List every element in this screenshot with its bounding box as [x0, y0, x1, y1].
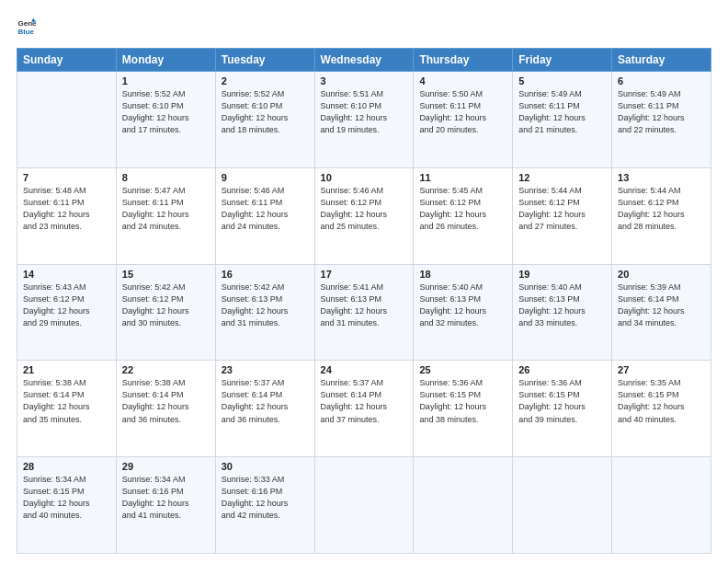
day-info: Sunrise: 5:48 AM Sunset: 6:11 PM Dayligh…: [23, 185, 110, 233]
day-info: Sunrise: 5:47 AM Sunset: 6:11 PM Dayligh…: [122, 185, 210, 233]
table-cell: 12Sunrise: 5:44 AM Sunset: 6:12 PM Dayli…: [513, 167, 612, 264]
day-number: 20: [618, 269, 705, 280]
day-info: Sunrise: 5:40 AM Sunset: 6:13 PM Dayligh…: [419, 282, 506, 329]
day-number: 6: [618, 75, 705, 86]
svg-text:Blue: Blue: [17, 28, 34, 36]
day-number: 24: [321, 364, 408, 375]
day-number: 2: [222, 75, 309, 86]
day-info: Sunrise: 5:38 AM Sunset: 6:14 PM Dayligh…: [23, 377, 110, 425]
table-cell: [17, 72, 117, 168]
day-info: Sunrise: 5:35 AM Sunset: 6:15 PM Dayligh…: [618, 377, 705, 425]
table-cell: 14Sunrise: 5:43 AM Sunset: 6:12 PM Dayli…: [17, 264, 117, 361]
day-number: 9: [222, 172, 309, 183]
table-cell: [513, 457, 612, 554]
day-number: 5: [518, 75, 606, 86]
table-cell: 23Sunrise: 5:37 AM Sunset: 6:14 PM Dayli…: [215, 361, 314, 457]
day-info: Sunrise: 5:37 AM Sunset: 6:14 PM Dayligh…: [222, 377, 309, 425]
day-info: Sunrise: 5:42 AM Sunset: 6:13 PM Dayligh…: [222, 282, 309, 329]
day-info: Sunrise: 5:36 AM Sunset: 6:15 PM Dayligh…: [419, 377, 506, 425]
day-info: Sunrise: 5:34 AM Sunset: 6:15 PM Dayligh…: [23, 474, 110, 522]
day-info: Sunrise: 5:43 AM Sunset: 6:12 PM Dayligh…: [23, 282, 110, 329]
col-header-monday: Monday: [116, 49, 215, 72]
day-number: 15: [122, 269, 210, 280]
calendar-table: SundayMondayTuesdayWednesdayThursdayFrid…: [17, 48, 711, 554]
day-info: Sunrise: 5:36 AM Sunset: 6:15 PM Dayligh…: [518, 377, 606, 425]
day-info: Sunrise: 5:40 AM Sunset: 6:13 PM Dayligh…: [518, 282, 606, 329]
day-number: 10: [321, 172, 408, 183]
day-info: Sunrise: 5:51 AM Sunset: 6:10 PM Dayligh…: [321, 88, 408, 136]
table-cell: 13Sunrise: 5:44 AM Sunset: 6:12 PM Dayli…: [612, 167, 711, 264]
day-number: 22: [122, 364, 210, 375]
day-info: Sunrise: 5:49 AM Sunset: 6:11 PM Dayligh…: [618, 88, 705, 136]
table-cell: [414, 457, 513, 554]
day-info: Sunrise: 5:37 AM Sunset: 6:14 PM Dayligh…: [321, 377, 408, 425]
page: General Blue SundayMondayTuesdayWednesda…: [0, 0, 728, 563]
col-header-tuesday: Tuesday: [215, 49, 314, 72]
table-row: 1Sunrise: 5:52 AM Sunset: 6:10 PM Daylig…: [17, 72, 711, 168]
logo: General Blue: [17, 17, 39, 37]
table-cell: [314, 457, 414, 554]
day-number: 27: [618, 364, 705, 375]
table-cell: 2Sunrise: 5:52 AM Sunset: 6:10 PM Daylig…: [215, 72, 314, 168]
table-cell: 10Sunrise: 5:46 AM Sunset: 6:12 PM Dayli…: [314, 167, 414, 264]
day-info: Sunrise: 5:34 AM Sunset: 6:16 PM Dayligh…: [122, 474, 210, 522]
day-number: 25: [419, 364, 506, 375]
day-info: Sunrise: 5:39 AM Sunset: 6:14 PM Dayligh…: [618, 282, 705, 329]
day-number: 3: [321, 75, 408, 86]
day-info: Sunrise: 5:46 AM Sunset: 6:11 PM Dayligh…: [222, 185, 309, 233]
day-number: 12: [518, 172, 606, 183]
table-cell: 18Sunrise: 5:40 AM Sunset: 6:13 PM Dayli…: [414, 264, 513, 361]
day-info: Sunrise: 5:42 AM Sunset: 6:12 PM Dayligh…: [122, 282, 210, 329]
day-number: 4: [419, 75, 506, 86]
table-row: 21Sunrise: 5:38 AM Sunset: 6:14 PM Dayli…: [17, 361, 711, 457]
col-header-thursday: Thursday: [414, 49, 513, 72]
day-info: Sunrise: 5:49 AM Sunset: 6:11 PM Dayligh…: [518, 88, 606, 136]
table-cell: 16Sunrise: 5:42 AM Sunset: 6:13 PM Dayli…: [215, 264, 314, 361]
day-info: Sunrise: 5:50 AM Sunset: 6:11 PM Dayligh…: [419, 88, 506, 136]
day-info: Sunrise: 5:52 AM Sunset: 6:10 PM Dayligh…: [122, 88, 210, 136]
table-cell: 7Sunrise: 5:48 AM Sunset: 6:11 PM Daylig…: [17, 167, 117, 264]
header: General Blue: [17, 17, 711, 37]
day-number: 21: [23, 364, 110, 375]
table-cell: 9Sunrise: 5:46 AM Sunset: 6:11 PM Daylig…: [215, 167, 314, 264]
day-number: 16: [222, 269, 309, 280]
day-number: 17: [321, 269, 408, 280]
table-cell: 1Sunrise: 5:52 AM Sunset: 6:10 PM Daylig…: [116, 72, 215, 168]
table-cell: 25Sunrise: 5:36 AM Sunset: 6:15 PM Dayli…: [414, 361, 513, 457]
col-header-wednesday: Wednesday: [314, 49, 414, 72]
day-number: 18: [419, 269, 506, 280]
table-cell: 22Sunrise: 5:38 AM Sunset: 6:14 PM Dayli…: [116, 361, 215, 457]
table-cell: 27Sunrise: 5:35 AM Sunset: 6:15 PM Dayli…: [612, 361, 711, 457]
table-cell: 3Sunrise: 5:51 AM Sunset: 6:10 PM Daylig…: [314, 72, 414, 168]
day-info: Sunrise: 5:33 AM Sunset: 6:16 PM Dayligh…: [222, 474, 309, 522]
day-number: 19: [518, 269, 606, 280]
day-info: Sunrise: 5:38 AM Sunset: 6:14 PM Dayligh…: [122, 377, 210, 425]
table-row: 28Sunrise: 5:34 AM Sunset: 6:15 PM Dayli…: [17, 457, 711, 554]
day-number: 11: [419, 172, 506, 183]
day-number: 13: [618, 172, 705, 183]
day-info: Sunrise: 5:44 AM Sunset: 6:12 PM Dayligh…: [518, 185, 606, 233]
logo-icon: General Blue: [17, 17, 37, 37]
col-header-saturday: Saturday: [612, 49, 711, 72]
table-cell: 5Sunrise: 5:49 AM Sunset: 6:11 PM Daylig…: [513, 72, 612, 168]
day-number: 30: [222, 461, 309, 472]
day-info: Sunrise: 5:44 AM Sunset: 6:12 PM Dayligh…: [618, 185, 705, 233]
day-number: 28: [23, 461, 110, 472]
table-cell: 15Sunrise: 5:42 AM Sunset: 6:12 PM Dayli…: [116, 264, 215, 361]
day-number: 26: [518, 364, 606, 375]
table-cell: 20Sunrise: 5:39 AM Sunset: 6:14 PM Dayli…: [612, 264, 711, 361]
table-cell: 30Sunrise: 5:33 AM Sunset: 6:16 PM Dayli…: [215, 457, 314, 554]
table-cell: 28Sunrise: 5:34 AM Sunset: 6:15 PM Dayli…: [17, 457, 117, 554]
table-cell: 4Sunrise: 5:50 AM Sunset: 6:11 PM Daylig…: [414, 72, 513, 168]
table-cell: 11Sunrise: 5:45 AM Sunset: 6:12 PM Dayli…: [414, 167, 513, 264]
table-cell: 19Sunrise: 5:40 AM Sunset: 6:13 PM Dayli…: [513, 264, 612, 361]
col-header-friday: Friday: [513, 49, 612, 72]
day-info: Sunrise: 5:52 AM Sunset: 6:10 PM Dayligh…: [222, 88, 309, 136]
table-cell: 26Sunrise: 5:36 AM Sunset: 6:15 PM Dayli…: [513, 361, 612, 457]
day-number: 29: [122, 461, 210, 472]
day-number: 1: [122, 75, 210, 86]
day-info: Sunrise: 5:41 AM Sunset: 6:13 PM Dayligh…: [321, 282, 408, 329]
table-cell: 8Sunrise: 5:47 AM Sunset: 6:11 PM Daylig…: [116, 167, 215, 264]
day-info: Sunrise: 5:45 AM Sunset: 6:12 PM Dayligh…: [419, 185, 506, 233]
table-cell: [612, 457, 711, 554]
